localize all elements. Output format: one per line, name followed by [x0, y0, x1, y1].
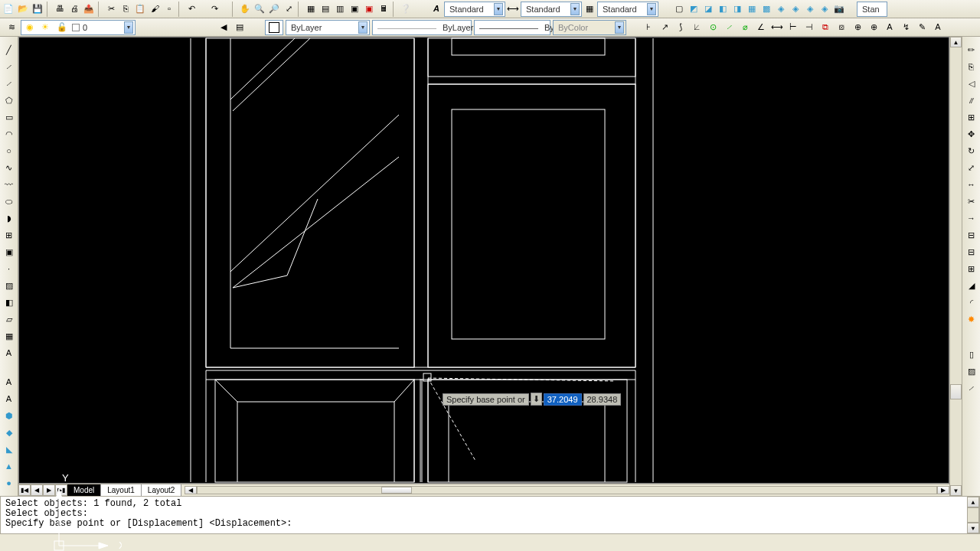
scroll-up-button[interactable]: ▲: [950, 37, 962, 47]
layer-manager-button[interactable]: ≋: [5, 21, 18, 34]
vscroll-thumb[interactable]: [950, 384, 962, 399]
visual-style-dropdown[interactable]: Stan: [857, 2, 887, 17]
sphere-button[interactable]: ●: [2, 476, 16, 490]
tab-first-button[interactable]: ▮◀: [18, 484, 31, 496]
polygon-button[interactable]: ⬠: [2, 93, 16, 107]
named-views-button[interactable]: ▢: [672, 2, 686, 16]
textstyle-icon-button[interactable]: A: [430, 2, 443, 16]
pline-button[interactable]: ⟋: [2, 77, 16, 90]
remleader-button[interactable]: A: [2, 392, 16, 406]
zoom-window-button[interactable]: 🔎: [267, 2, 281, 16]
table-button[interactable]: ▦: [2, 329, 16, 343]
open-button[interactable]: 📂: [16, 2, 30, 16]
3d-back-button[interactable]: ▩: [760, 2, 773, 16]
undo-button[interactable]: ↶: [185, 2, 198, 16]
nw-iso-button[interactable]: ◈: [818, 2, 831, 16]
cut-button[interactable]: ✂: [104, 2, 118, 16]
join-button[interactable]: ⊞: [965, 262, 978, 276]
addleader-button[interactable]: A: [2, 375, 16, 389]
dim-base-button[interactable]: ⊢: [786, 21, 800, 34]
layer-prev-button[interactable]: ◀: [217, 21, 230, 34]
dim-space-button[interactable]: ⧉: [818, 21, 832, 34]
dim-aligned-button[interactable]: ↗: [658, 21, 671, 34]
dim-edit-button[interactable]: ✎: [915, 21, 929, 34]
cone-button[interactable]: ▲: [2, 459, 16, 473]
matchprop-button[interactable]: 🖌: [148, 2, 162, 16]
dim-ang-button[interactable]: ∠: [754, 21, 768, 34]
plotstyle-dropdown[interactable]: ——————— ByLayer ▼: [474, 20, 550, 35]
dim-linear-button[interactable]: ⊦: [642, 21, 655, 34]
qdim-button[interactable]: ⟷: [770, 21, 784, 34]
point-button[interactable]: ·: [2, 262, 16, 276]
command-window[interactable]: Select objects: 1 found, 2 total Select …: [0, 496, 980, 534]
dimstyle-icon-button[interactable]: ⟷: [506, 2, 520, 16]
3dface-button[interactable]: ⬢: [2, 409, 16, 422]
spline-button[interactable]: 〰: [2, 178, 16, 191]
layer-states-button[interactable]: ▤: [233, 21, 247, 34]
tablestyle-icon-button[interactable]: ▦: [583, 2, 596, 16]
camera-button[interactable]: 📷: [832, 2, 846, 16]
dim-jog-button[interactable]: ⟋: [722, 21, 736, 34]
centermark-button[interactable]: ⊕: [867, 21, 880, 34]
lineweight-dropdown[interactable]: ——————— ByLayer ▼: [372, 20, 472, 35]
plot-preview-button[interactable]: 🖨: [67, 2, 81, 16]
scroll-down-button[interactable]: ▼: [950, 485, 962, 496]
dim-jogline-button[interactable]: ↯: [899, 21, 913, 34]
sw-iso-button[interactable]: ◈: [774, 2, 788, 16]
text-style-dropdown[interactable]: Standard ▼: [444, 2, 505, 17]
hatch-button[interactable]: ▨: [2, 279, 16, 292]
save-button[interactable]: 💾: [31, 2, 44, 16]
help-button[interactable]: ❔: [399, 2, 413, 16]
model-viewport[interactable]: Specify base point or ⬇ 37.2049 28.9348 …: [18, 37, 949, 484]
se-iso-button[interactable]: ◈: [789, 2, 802, 16]
3d-left-button[interactable]: ◧: [716, 2, 730, 16]
3d-front-button[interactable]: ▦: [745, 2, 759, 16]
box-button[interactable]: ◆: [2, 425, 16, 439]
rectangle-button[interactable]: ▭: [2, 110, 16, 124]
plot-button[interactable]: 🖶: [53, 2, 67, 16]
makeblock-button[interactable]: ▣: [2, 245, 16, 259]
blockeditor-button[interactable]: ▫: [162, 2, 176, 16]
publish-button[interactable]: 📤: [82, 2, 96, 16]
linetype-dropdown[interactable]: ByLayer ▼: [286, 20, 370, 35]
scroll-left-button[interactable]: ◀: [185, 486, 197, 494]
pan-button[interactable]: ✋: [238, 2, 252, 16]
ellipse-button[interactable]: ⬭: [2, 194, 16, 208]
line-button[interactable]: ╱: [2, 43, 16, 57]
trim-button[interactable]: ✂: [965, 194, 978, 208]
dim-tedit-button[interactable]: A: [931, 21, 945, 34]
revcloud-button[interactable]: ∿: [2, 161, 16, 174]
break-button[interactable]: ⊟: [965, 245, 978, 259]
dim-cont-button[interactable]: ⊣: [802, 21, 816, 34]
zoom-realtime-button[interactable]: 🔍: [253, 2, 266, 16]
command-scrollbar[interactable]: ▲ ▼: [967, 497, 979, 533]
scroll-up-button[interactable]: ▲: [967, 497, 979, 507]
scale-button[interactable]: ⤢: [965, 161, 978, 174]
region-button[interactable]: ▱: [2, 312, 16, 326]
zoom-previous-button[interactable]: ⤢: [282, 2, 296, 16]
arc-button[interactable]: ◠: [2, 127, 16, 141]
command-history[interactable]: Select objects: 1 found, 2 total Select …: [1, 497, 967, 533]
gradient-button[interactable]: ◧: [2, 295, 16, 309]
new-button[interactable]: 📄: [2, 2, 15, 16]
quickcalc-button[interactable]: 🖩: [377, 2, 390, 16]
hscroll-track[interactable]: [197, 486, 937, 494]
dim-arc-button[interactable]: ⟆: [674, 21, 688, 34]
extend-button[interactable]: →: [965, 211, 978, 225]
table-style-dropdown[interactable]: Standard ▼: [597, 2, 658, 17]
move-button[interactable]: ✥: [965, 127, 978, 141]
mtext-button[interactable]: A: [2, 346, 16, 360]
chamfer-button[interactable]: ◢: [965, 279, 978, 292]
dynamic-menu-icon[interactable]: ⬇: [531, 393, 542, 406]
dynamic-y-field[interactable]: 28.9348: [583, 393, 622, 406]
stretch-button[interactable]: ↔: [965, 178, 978, 191]
dim-dia-button[interactable]: ⌀: [738, 21, 752, 34]
xline-button[interactable]: ⟋: [2, 60, 16, 73]
sheetset-button[interactable]: ▣: [348, 2, 361, 16]
markup-button[interactable]: ▣: [362, 2, 376, 16]
dim-inspect-button[interactable]: A: [883, 21, 897, 34]
explode-button[interactable]: ✸: [965, 312, 978, 326]
mirror-button[interactable]: ◁: [965, 77, 978, 90]
dim-break-button[interactable]: ⦻: [835, 21, 848, 34]
layer-dropdown[interactable]: ◉ ☀ 🔓 0 ▼: [21, 20, 136, 35]
